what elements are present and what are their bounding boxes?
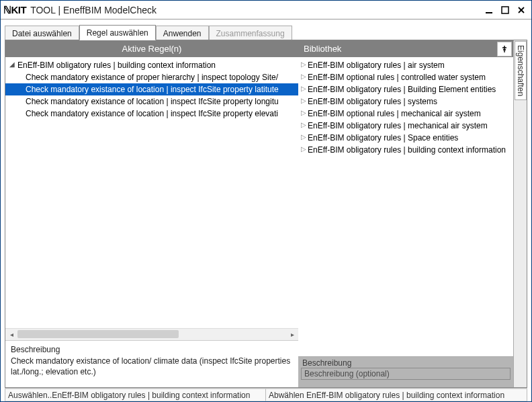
expand-icon[interactable]: ▷ — [300, 143, 308, 155]
library-item[interactable]: ▷EnEff-BIM obligatory rules | building c… — [298, 144, 513, 156]
library-header-label: Bibliothek — [304, 44, 341, 54]
tab-datei-auswaehlen[interactable]: Datei auswählen — [5, 26, 79, 40]
svg-rect-0 — [486, 12, 492, 13]
titlebar: ℕKIT TOOL | EneffBIM ModelCheck — [1, 1, 531, 19]
expand-icon[interactable]: ▷ — [300, 131, 308, 143]
library-item-label: EnEff-BIM obligatory rules | systems — [308, 95, 437, 108]
description-right-title: Beschreibung — [298, 357, 513, 368]
library-item[interactable]: ▷EnEff-BIM obligatory rules | air system — [298, 59, 513, 71]
description-left-body: Check mandatory existance of location/ c… — [11, 356, 293, 377]
tab-regel-auswaehlen[interactable]: Regel auswählen — [79, 25, 156, 40]
description-right-placeholder: Beschreibung (optional) — [304, 369, 390, 378]
active-rules-panel: Aktive Regel(n) ◢ EnEff-BIM obligatory r… — [5, 40, 298, 387]
library-item[interactable]: ▷EnEff-BIM obligatory rules | systems — [298, 95, 513, 108]
rule-group-label: EnEff-BIM obligatory rules | building co… — [16, 59, 216, 71]
rule-item[interactable]: Check mandatory existance of location | … — [5, 95, 298, 108]
description-left: Beschreibung Check mandatory existance o… — [5, 340, 298, 387]
library-item-label: EnEff-BIM optional rules | controlled wa… — [308, 71, 486, 83]
status-deselect-button[interactable]: Abwählen EnEff-BIM obligatory rules | bu… — [266, 389, 527, 401]
rule-item[interactable]: Check mandatory existance of proper hier… — [5, 71, 298, 83]
maximize-button[interactable] — [498, 4, 513, 16]
pin-button[interactable] — [497, 42, 512, 56]
tab-zusammenfassung: Zusammenfassung — [209, 26, 292, 40]
scroll-left-icon[interactable]: ◂ — [5, 329, 17, 340]
scroll-right-icon[interactable]: ▸ — [286, 329, 298, 340]
rule-group[interactable]: ◢ EnEff-BIM obligatory rules | building … — [5, 59, 298, 71]
properties-vertical-tab-label: Eigenschaften — [516, 45, 525, 96]
window-buttons — [482, 4, 529, 16]
app-logo: ℕKIT — [3, 4, 26, 16]
app-title: TOOL | EneffBIM ModelCheck — [30, 5, 157, 15]
rule-item[interactable]: Check mandatory existance of location | … — [5, 108, 298, 120]
client-area: Datei auswählen Regel auswählen Anwenden… — [1, 19, 531, 401]
scroll-track[interactable] — [17, 329, 286, 340]
library-item[interactable]: ▷EnEff-BIM obligatory rules | mechanical… — [298, 120, 513, 132]
library-panel: Bibliothek ▷EnEff-BIM obligatory rules |… — [298, 40, 527, 387]
app-window: ℕKIT TOOL | EneffBIM ModelCheck Datei au… — [0, 0, 532, 402]
library-item-label: EnEff-BIM obligatory rules | air system — [308, 59, 445, 71]
library-item-label: EnEff-BIM obligatory rules | building co… — [308, 144, 506, 156]
rule-item-label: Check mandatory existance of location | … — [8, 95, 279, 108]
status-select-button[interactable]: Auswählen..EnEff-BIM obligatory rules | … — [5, 389, 266, 401]
library-item[interactable]: ▷EnEff-BIM obligatory rules | Space enti… — [298, 132, 513, 144]
expand-icon[interactable]: ▷ — [300, 107, 308, 119]
description-right: Beschreibung Beschreibung (optional) — [298, 356, 513, 387]
library-item-label: EnEff-BIM obligatory rules | Building El… — [308, 83, 496, 95]
library-item[interactable]: ▷EnEff-BIM optional rules | mechanical a… — [298, 108, 513, 120]
horizontal-scrollbar[interactable]: ◂ ▸ — [5, 328, 298, 340]
library-item[interactable]: ▷EnEff-BIM obligatory rules | Building E… — [298, 83, 513, 95]
expand-icon[interactable]: ▷ — [300, 71, 308, 83]
active-rules-tree[interactable]: ◢ EnEff-BIM obligatory rules | building … — [5, 58, 298, 328]
description-right-input[interactable]: Beschreibung (optional) — [301, 368, 511, 380]
status-bar: Auswählen..EnEff-BIM obligatory rules | … — [5, 388, 527, 401]
tab-strip: Datei auswählen Regel auswählen Anwenden… — [5, 24, 527, 40]
library-item-label: EnEff-BIM optional rules | mechanical ai… — [308, 108, 481, 120]
description-left-title: Beschreibung — [11, 345, 293, 354]
pin-icon — [500, 45, 508, 53]
library-tree[interactable]: ▷EnEff-BIM obligatory rules | air system… — [298, 58, 513, 356]
rule-item[interactable]: Check mandatory existance of location | … — [5, 83, 298, 95]
library-item-label: EnEff-BIM obligatory rules | mechanical … — [308, 120, 488, 132]
rule-item-label: Check mandatory existance of location | … — [8, 83, 279, 95]
library-item[interactable]: ▷EnEff-BIM optional rules | controlled w… — [298, 71, 513, 83]
collapse-icon[interactable]: ◢ — [8, 59, 16, 71]
tab-anwenden[interactable]: Anwenden — [156, 26, 209, 40]
scroll-thumb[interactable] — [17, 330, 179, 338]
expand-icon[interactable]: ▷ — [300, 95, 308, 107]
expand-icon[interactable]: ▷ — [300, 58, 308, 71]
svg-rect-1 — [502, 7, 508, 13]
expand-icon[interactable]: ▷ — [300, 119, 308, 131]
rule-item-label: Check mandatory existance of proper hier… — [8, 71, 278, 83]
tab-content: Aktive Regel(n) ◢ EnEff-BIM obligatory r… — [5, 40, 527, 388]
expand-icon[interactable]: ▷ — [300, 83, 308, 95]
active-rules-header: Aktive Regel(n) — [5, 40, 298, 58]
rule-item-label: Check mandatory existance of location | … — [8, 108, 278, 120]
library-item-label: EnEff-BIM obligatory rules | Space entit… — [308, 132, 458, 144]
close-button[interactable] — [514, 4, 529, 16]
minimize-button[interactable] — [482, 4, 496, 16]
properties-vertical-tab[interactable]: Eigenschaften — [513, 40, 527, 387]
library-header: Bibliothek — [298, 40, 513, 58]
